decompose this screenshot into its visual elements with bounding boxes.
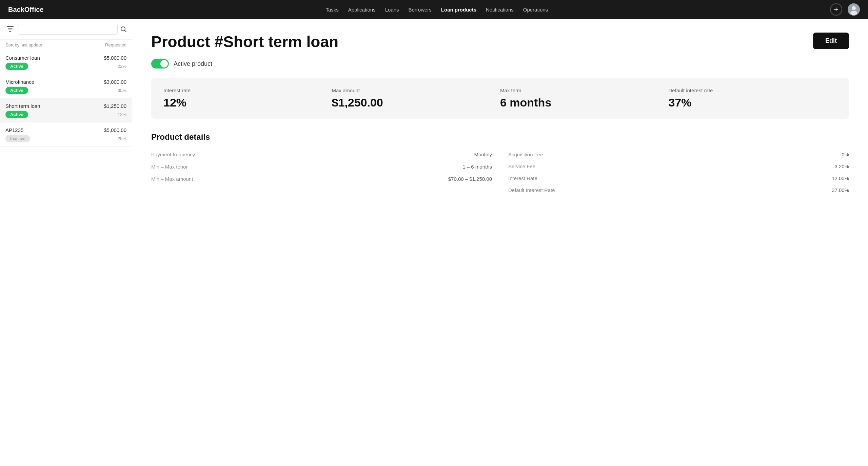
stats-card: Interest rate 12% Max amount $1,250.00 M… — [151, 78, 849, 119]
active-toggle[interactable] — [151, 59, 169, 69]
sidebar-header — [0, 19, 132, 40]
svg-line-7 — [125, 31, 126, 32]
nav-borrowers[interactable]: Borrowers — [409, 7, 432, 13]
status-badge: Active — [5, 111, 28, 118]
requested-label: Requested — [105, 42, 126, 47]
product-details-title: Product details — [151, 132, 849, 142]
detail-row: Default Interest Rate 37.00% — [508, 184, 849, 196]
detail-row: Interest Rate 12.00% — [508, 172, 849, 184]
nav-applications[interactable]: Applications — [348, 7, 376, 13]
sort-label: Sort by last update — [5, 42, 42, 47]
svg-point-2 — [850, 11, 857, 15]
status-badge: Inactive — [5, 135, 30, 142]
detail-row: Payment frequency Monthly — [151, 149, 492, 161]
sidebar: Sort by last update Requested Consumer l… — [0, 19, 132, 466]
edit-button[interactable]: Edit — [813, 33, 849, 49]
svg-point-6 — [121, 27, 125, 31]
status-badge: Active — [5, 63, 28, 70]
active-product-row: Active product — [151, 59, 849, 69]
list-item[interactable]: Short term loan $1,250.00 Active 12% — [0, 98, 132, 122]
nav-tasks[interactable]: Tasks — [326, 7, 338, 13]
layout: Sort by last update Requested Consumer l… — [0, 19, 868, 466]
active-product-label: Active product — [174, 60, 212, 67]
list-item[interactable]: AP1235 $5,000.00 Inactive 25% — [0, 122, 132, 147]
sidebar-sort: Sort by last update Requested — [0, 40, 132, 50]
nav-notifications[interactable]: Notifications — [486, 7, 514, 13]
detail-row: Min – Max amount $70.00 – $1,250.00 — [151, 173, 492, 185]
nav-loan-products[interactable]: Loan products — [441, 7, 476, 13]
details-right: Acquisition Fee 0% Service Fee 3.20% Int… — [508, 149, 849, 196]
navbar-right: + — [830, 3, 860, 16]
svg-rect-5 — [9, 31, 11, 32]
nav-links: Tasks Applications Loans Borrowers Loan … — [55, 7, 820, 13]
nav-loans[interactable]: Loans — [385, 7, 399, 13]
detail-row: Min – Max tenor 1 – 6 months — [151, 161, 492, 173]
filter-button[interactable] — [5, 25, 15, 34]
main-content: Product #Short term loan Edit Active pro… — [132, 19, 868, 466]
search-button[interactable] — [120, 26, 126, 32]
stat-max-term: Max term 6 months — [500, 88, 669, 109]
status-badge: Active — [5, 87, 28, 94]
main-header: Product #Short term loan Edit — [151, 33, 849, 51]
stat-default-interest: Default interest rate 37% — [669, 88, 837, 109]
detail-row: Service Fee 3.20% — [508, 160, 849, 172]
svg-rect-4 — [8, 28, 13, 30]
product-title: Product #Short term loan — [151, 33, 338, 51]
toggle-knob — [160, 60, 168, 67]
detail-row: Acquisition Fee 0% — [508, 149, 849, 160]
list-item[interactable]: Microfinance $3,000.00 Active 35% — [0, 74, 132, 98]
app-logo: BackOffice — [8, 6, 44, 14]
avatar[interactable] — [848, 3, 860, 16]
stat-max-amount: Max amount $1,250.00 — [332, 88, 500, 109]
stat-interest-rate: Interest rate 12% — [163, 88, 332, 109]
list-item[interactable]: Consumer loan $5,000.00 Active 22% — [0, 50, 132, 74]
product-details-section: Product details Payment frequency Monthl… — [151, 132, 849, 196]
search-input[interactable] — [18, 24, 118, 35]
nav-operations[interactable]: Operations — [523, 7, 548, 13]
sidebar-list: Consumer loan $5,000.00 Active 22% Micro… — [0, 50, 132, 466]
details-grid: Payment frequency Monthly Min – Max teno… — [151, 149, 849, 196]
navbar: BackOffice Tasks Applications Loans Borr… — [0, 0, 868, 19]
svg-point-1 — [852, 6, 856, 10]
svg-rect-3 — [7, 26, 14, 27]
details-left: Payment frequency Monthly Min – Max teno… — [151, 149, 492, 196]
add-button[interactable]: + — [830, 3, 842, 16]
